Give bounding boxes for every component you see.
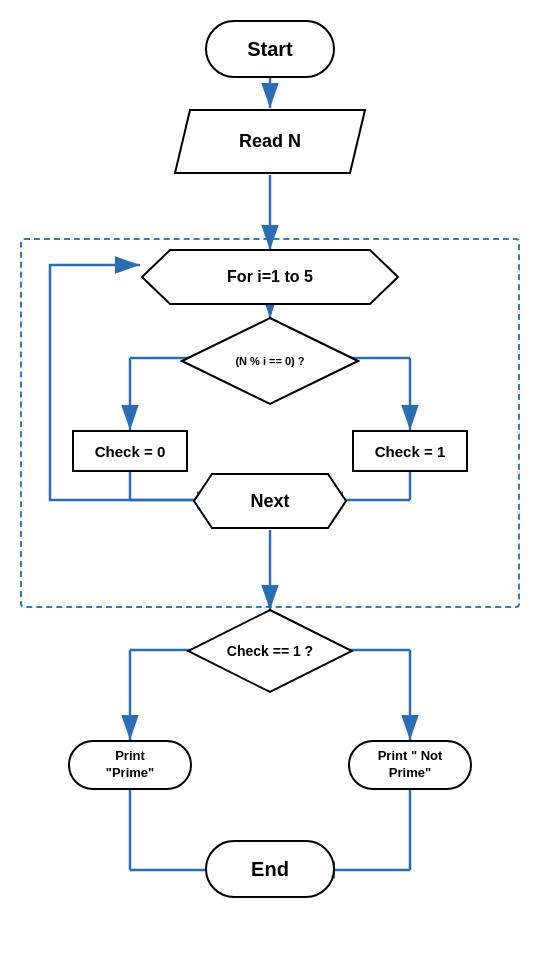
start-shape: Start xyxy=(205,20,335,78)
print-not-prime-label: Print " Not Prime" xyxy=(378,748,443,782)
check0-label: Check = 0 xyxy=(95,443,165,460)
end-label: End xyxy=(251,858,289,881)
for-loop-label: For i=1 to 5 xyxy=(227,268,313,286)
condition1-label: (N % i == 0) ? xyxy=(235,354,304,368)
print-prime-shape: Print "Prime" xyxy=(68,740,192,790)
print-prime-label: Print "Prime" xyxy=(106,748,154,782)
end-shape: End xyxy=(205,840,335,898)
check1-shape: Check = 1 xyxy=(352,430,468,472)
condition2-shape: Check == 1 ? xyxy=(186,608,354,694)
condition2-label: Check == 1 ? xyxy=(227,643,313,659)
next-shape: Next xyxy=(192,472,348,530)
for-loop-shape: For i=1 to 5 xyxy=(140,248,400,306)
check1-label: Check = 1 xyxy=(375,443,445,460)
print-not-prime-shape: Print " Not Prime" xyxy=(348,740,472,790)
condition1-shape: (N % i == 0) ? xyxy=(180,316,360,406)
start-label: Start xyxy=(247,38,293,61)
flowchart: Start Read N For i=1 to 5 (N % i == 0) ?… xyxy=(0,0,540,979)
next-label: Next xyxy=(250,491,289,512)
check0-shape: Check = 0 xyxy=(72,430,188,472)
read-n-label: Read N xyxy=(239,131,301,152)
read-n-shape: Read N xyxy=(170,108,370,175)
